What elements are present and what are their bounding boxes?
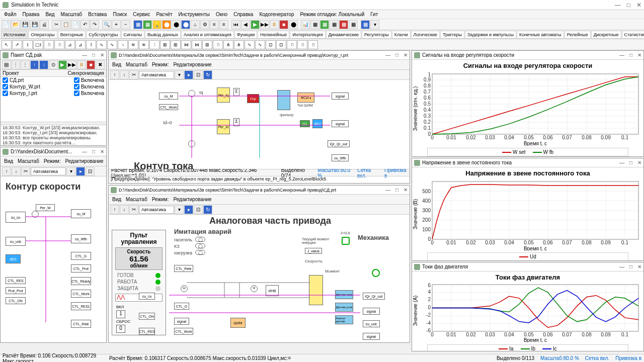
play-icon[interactable]: ▶ (251, 20, 260, 29)
tb-icon[interactable]: ✖ (96, 60, 105, 69)
mech-icon[interactable] (342, 237, 350, 245)
menu-item[interactable]: Кодогенератор (257, 11, 296, 18)
block[interactable]: cu_udc (363, 320, 380, 327)
menu-item[interactable]: Режим отладки: Локальный (298, 11, 367, 18)
down-icon[interactable]: ↓ (12, 167, 21, 176)
toggle[interactable]: ◯ (195, 243, 205, 248)
pause-icon[interactable]: ⏸ (270, 20, 279, 29)
block[interactable]: iQr_Qr_out (363, 293, 385, 300)
close-button[interactable]: ✕ (637, 52, 641, 58)
close-button[interactable]: ✕ (637, 160, 641, 165)
doc-tab[interactable]: Масштаб (124, 197, 149, 202)
block[interactable]: CTL_RES (6, 277, 26, 284)
up-icon[interactable]: ↑ (30, 60, 39, 69)
tool-icon[interactable]: ▦ (310, 20, 319, 29)
meter-icon[interactable]: V (251, 285, 258, 292)
close-button[interactable]: ✕ (404, 52, 408, 58)
block[interactable]: CTL_Work (159, 104, 178, 110)
summator-icon[interactable] (32, 211, 39, 218)
menu-item[interactable]: Расчёт (153, 11, 175, 18)
block[interactable]: ADJ (312, 119, 323, 128)
tb-icon[interactable]: ↻ (203, 205, 212, 214)
palette-icon[interactable]: ⋮ (149, 40, 159, 49)
palette-icon[interactable]: t (23, 40, 33, 49)
menu-item[interactable]: Масштаб (58, 11, 85, 18)
proj-name[interactable]: Контур_I.prt (10, 90, 72, 96)
tool-icon[interactable]: ▦ (143, 20, 152, 29)
back-icon[interactable]: ◀ (241, 20, 250, 29)
tab[interactable]: Функции (234, 31, 257, 39)
menu-item[interactable]: Вставка (86, 11, 109, 18)
block[interactable]: G1 (300, 120, 310, 127)
tab[interactable]: Релейные (565, 31, 591, 39)
tb-icon[interactable]: ▸ (76, 167, 85, 176)
block[interactable]: signal (332, 93, 349, 100)
tab[interactable]: Ключи (392, 31, 411, 39)
menu-item[interactable]: Правка (20, 11, 42, 18)
tb-icon[interactable]: ⋮ (12, 60, 21, 69)
block[interactable]: cu_cu (139, 293, 155, 300)
mode-select[interactable] (139, 71, 174, 79)
zoomin-icon[interactable]: + (112, 20, 121, 29)
palette-icon[interactable]: ≋ (128, 40, 138, 49)
tb-icon[interactable]: ⋮ (21, 60, 30, 69)
block[interactable]: Аналог датчик (335, 315, 353, 324)
sync-check[interactable] (74, 84, 79, 89)
block[interactable]: Датчик тока (335, 290, 353, 299)
palette-icon[interactable]: ↗ (12, 40, 22, 49)
toggle[interactable]: ◯ (195, 237, 205, 242)
tab[interactable]: Задержки и импульсы (465, 31, 516, 39)
palette-icon[interactable]: ⎍ (297, 40, 307, 49)
close-button[interactable]: ✕ (636, 2, 641, 9)
tb-icon[interactable]: ▾ (175, 205, 184, 214)
block[interactable]: CTL_Ready (71, 277, 91, 285)
down-icon[interactable]: ↓ (120, 70, 129, 79)
save-icon[interactable]: 💾 (21, 20, 30, 29)
menu-item[interactable]: Справка (231, 11, 256, 18)
block[interactable] (309, 275, 323, 305)
maximize-button[interactable]: □ (92, 52, 95, 58)
palette-icon[interactable]: ⋔ (223, 40, 233, 49)
summator-icon[interactable] (188, 140, 195, 147)
block[interactable]: ИНВ (266, 285, 279, 296)
doc-tab[interactable]: Редактирование (63, 158, 106, 164)
tab[interactable]: Триггеры (440, 31, 464, 39)
maximize-button[interactable]: □ (92, 149, 95, 154)
up-icon[interactable]: ↑ (110, 205, 119, 214)
palette-icon[interactable]: ∿ (107, 40, 117, 49)
mech-icon[interactable] (372, 269, 380, 277)
tool-icon[interactable]: ▦ (330, 20, 339, 29)
block[interactable]: Рег_Iq (217, 87, 230, 103)
cut-icon[interactable]: ✂ (21, 167, 30, 176)
block[interactable]: CTL_Work (71, 290, 91, 298)
block[interactable]: cu_M (159, 93, 178, 100)
block[interactable]: CTL_Prot (71, 264, 91, 273)
block[interactable]: cu_Wfb (71, 234, 91, 243)
maximize-button[interactable]: □ (629, 264, 632, 269)
cut-icon[interactable]: ✂ (129, 205, 138, 214)
dropdown-icon[interactable]: ▾ (370, 20, 379, 29)
proj-check[interactable] (3, 90, 8, 96)
tab[interactable]: Анализ и оптимизация (181, 31, 234, 39)
minimize-button[interactable]: — (82, 149, 87, 154)
block[interactable]: CTL_G (174, 303, 189, 310)
block[interactable]: signal (363, 308, 380, 315)
stop-icon[interactable]: ■ (279, 20, 288, 29)
menu-item[interactable]: Окно (213, 11, 230, 18)
sum-icon[interactable]: Σ (233, 88, 239, 96)
proj-check[interactable] (3, 77, 8, 83)
menu-item[interactable]: Инструменты (176, 11, 212, 18)
proj-name[interactable]: СД.prt (10, 77, 72, 83)
palette-icon[interactable]: ▢t (33, 40, 43, 49)
block[interactable]: CTL_RES1 (71, 302, 91, 310)
palette-icon[interactable]: ⋔ (234, 40, 244, 49)
close-button[interactable]: ✕ (100, 52, 104, 58)
tab[interactable]: Регуляторы (362, 31, 391, 39)
tool-icon[interactable]: ⬤ (172, 20, 181, 29)
tool-icon[interactable]: ⌂ (191, 20, 200, 29)
sync-check[interactable] (74, 90, 79, 96)
saveall-icon[interactable]: 💾 (30, 20, 39, 29)
tab[interactable]: Интерполяция (290, 31, 325, 39)
tb-icon[interactable]: ⊡ (86, 167, 95, 176)
close-button[interactable]: ✕ (404, 187, 408, 193)
